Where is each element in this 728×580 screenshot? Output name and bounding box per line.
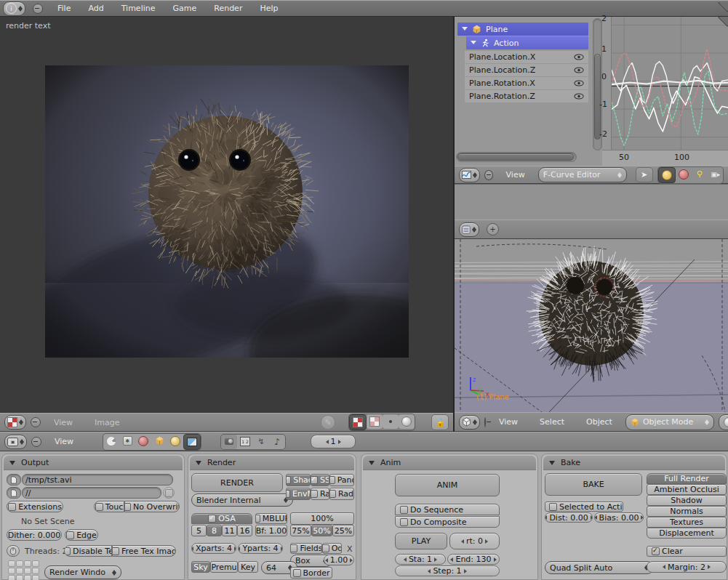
script-context-icon[interactable]: ✱ [119,434,135,448]
dist-field[interactable]: Dist: 0.00 [545,512,593,523]
collapse-menus-icon[interactable] [484,170,493,180]
editor-type-buttons[interactable]: ▣ [4,435,27,449]
disable-tex-toggle[interactable]: Disable Te [64,545,112,557]
menu-file[interactable]: File [49,4,79,13]
bake-mode-ao[interactable]: Ambient Occlusi [647,484,727,495]
osa-8-button[interactable]: 8 [207,525,222,536]
edge-toggle[interactable]: Edge [65,529,98,541]
bake-mode-displacement[interactable]: Displacement [647,528,727,539]
eye-icon[interactable] [574,67,584,73]
eye-icon[interactable] [574,54,584,60]
editor-type-fcurve[interactable] [459,168,480,182]
size-75-button[interactable]: 75% [290,525,311,536]
mode-dropdown[interactable]: Object Mode [625,414,714,430]
render-panel-header[interactable]: Render [190,456,354,470]
filter-material-icon[interactable] [658,167,676,183]
draw-tool-icon[interactable]: ✎ [321,415,335,430]
file-browse-button[interactable] [7,487,21,499]
sound-context-icon[interactable]: ♪ [269,435,285,449]
image-pin-icon[interactable] [349,414,367,430]
eye-icon[interactable] [574,80,584,86]
clear-toggle[interactable]: Clear [647,546,727,557]
menu-help[interactable]: Help [251,4,287,13]
disclosure-triangle-icon[interactable] [462,27,468,33]
outliner-action-row[interactable]: Action [466,36,588,49]
engine-dropdown[interactable]: Blender Internal [191,494,293,507]
outliner-object-row[interactable]: Plane [457,23,588,36]
screen-layout-grid[interactable] [8,560,39,580]
filter-camera-icon[interactable]: ▣▸ [708,167,724,182]
fcurve-chart[interactable] [611,17,728,150]
bake-panel-header[interactable]: Bake [543,456,725,470]
menu-view[interactable]: View [490,417,527,427]
anim-context-icon[interactable]: 1 2 [237,435,253,449]
ray-toggle[interactable]: Ra [311,488,329,500]
object-context-icon[interactable] [151,434,167,448]
osa-11-button[interactable]: 11 [222,525,237,536]
output-path-field[interactable]: /tmp/tst.avi [22,474,173,486]
channel-row[interactable]: Plane.Location.Z [465,64,588,76]
fields-x-label[interactable]: X [347,544,353,554]
yparts-field[interactable]: Yparts: 4 [238,543,283,554]
anim-button[interactable]: ANIM [395,474,500,496]
logic-context-icon[interactable] [103,434,119,448]
mouse-icon[interactable] [7,545,20,557]
viewport-3d[interactable] [455,239,728,412]
editor-type-text[interactable] [459,222,479,237]
no-set-scene-label[interactable]: No Set Scene [21,517,75,526]
fields-toggle[interactable]: Fields [290,543,322,554]
margin-field[interactable]: Margin: 2 [647,561,727,573]
frame-number-field[interactable]: 1 [311,435,356,448]
bias-field[interactable]: Bias: 0.00 [594,512,644,523]
osa-16-button[interactable]: 16 [237,525,252,536]
dither-slider[interactable]: Dither: 0.000 [7,529,62,541]
editor-mode-dropdown[interactable]: F-Curve Editor [538,167,627,182]
channel-row[interactable]: Plane.Rotation.X [465,77,588,89]
pano-toggle[interactable]: Pano [329,474,354,486]
increment-icon[interactable] [338,440,343,444]
collapse-menus-icon[interactable] [31,417,41,427]
editor-type-image[interactable] [4,415,26,430]
scrollbar-thumb[interactable] [594,54,601,140]
menu-object[interactable]: Object [577,417,621,427]
decrement-icon[interactable] [324,440,329,444]
collapse-menus-icon[interactable] [31,437,41,447]
menu-image[interactable]: Image [86,418,128,427]
collapse-menus-icon[interactable] [484,417,486,427]
image-context-icon[interactable] [183,434,201,450]
mblur-toggle[interactable]: MBLUR [255,513,287,524]
backbuf-path-field[interactable]: // [22,487,161,499]
area-corner-widget[interactable] [718,17,728,27]
rt-field[interactable]: rt: 0 [449,533,500,549]
collapse-menus-icon[interactable] [33,4,43,14]
extensions-toggle[interactable]: Extensions [7,501,63,512]
key-button[interactable]: Key [238,561,258,573]
eye-icon[interactable] [574,93,584,100]
output-panel-header[interactable]: Output [4,456,183,470]
border-toggle[interactable]: Border [290,567,332,579]
step-field[interactable]: Step: 1 [395,565,500,576]
do-sequence-toggle[interactable]: Do Sequence [395,504,500,515]
osa-5-button[interactable]: 5 [191,525,207,536]
menu-select[interactable]: Select [531,417,573,427]
no-overwrite-toggle[interactable]: No Overwrit [124,501,180,512]
panel-collapse-icon[interactable] [196,461,201,468]
bake-mode-full-render[interactable]: Full Render [647,473,727,484]
sss-toggle[interactable]: SS [311,474,329,486]
horizontal-scrollbar[interactable] [456,152,577,162]
xparts-field[interactable]: Xparts: 4 [191,543,236,554]
image-new-icon[interactable] [367,414,383,429]
do-composite-toggle[interactable]: Do Composite [395,516,500,528]
material-context-icon[interactable] [167,434,183,448]
channel-row[interactable]: Plane.Rotation.Z [465,90,588,102]
bake-button[interactable]: BAKE [545,473,642,496]
sphere-preview-icon[interactable] [399,414,415,429]
render-context-icon[interactable] [221,435,237,449]
render-button[interactable]: RENDER [191,473,283,492]
shading-context-icon[interactable] [135,434,151,448]
premul-button[interactable]: Premu [210,561,238,573]
anim-panel-header[interactable]: Anim [363,456,536,470]
size-25-button[interactable]: 25% [332,525,354,536]
shadow-toggle[interactable]: Shad [286,474,311,486]
play-button[interactable]: PLAY [395,533,447,549]
